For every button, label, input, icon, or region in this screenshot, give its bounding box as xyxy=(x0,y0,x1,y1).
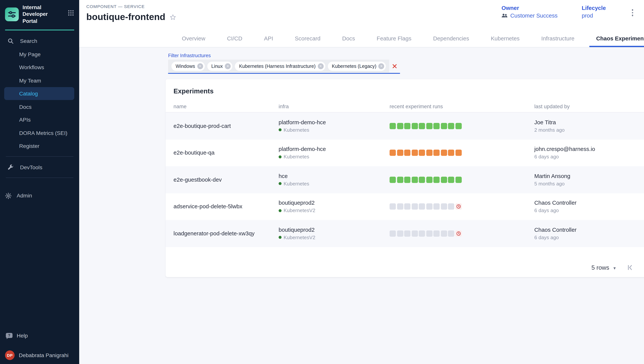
run-status-square-failed[interactable] xyxy=(390,150,396,156)
run-status-square-failed[interactable] xyxy=(412,150,418,156)
sidebar-item-dora-metrics-sei[interactable]: DORA Metrics (SEI) xyxy=(0,126,79,140)
first-page-button[interactable] xyxy=(627,264,633,270)
clear-filters-button[interactable]: ✕ xyxy=(389,60,400,73)
run-status-square-pending[interactable] xyxy=(390,204,396,210)
sidebar-item-workflows[interactable]: Workflows xyxy=(0,61,79,74)
run-status-square-passed[interactable] xyxy=(390,123,396,129)
sidebar-item-devtools[interactable]: DevTools xyxy=(0,160,79,174)
run-status-square-pending[interactable] xyxy=(390,230,396,237)
run-status-square-passed[interactable] xyxy=(404,123,411,129)
remove-chip-icon[interactable]: × xyxy=(317,63,324,69)
sidebar-item-search[interactable]: Search xyxy=(0,34,79,48)
run-status-square-passed[interactable] xyxy=(426,177,432,183)
run-status-square-pending[interactable] xyxy=(397,204,403,210)
run-status-square-pending[interactable] xyxy=(397,230,403,237)
run-status-square-failed[interactable] xyxy=(455,150,462,156)
run-status-square-passed[interactable] xyxy=(419,177,425,183)
recent-runs-strip xyxy=(390,204,534,210)
last-updated-cell: john.crespo@harness.io6 days ago xyxy=(534,146,644,160)
run-status-square-failed[interactable] xyxy=(426,150,432,156)
tab-kubernetes[interactable]: Kubernetes xyxy=(484,36,526,47)
run-status-square-pending[interactable] xyxy=(412,204,418,210)
run-status-square-pending[interactable] xyxy=(412,230,418,237)
run-status-square-failed[interactable] xyxy=(404,150,411,156)
run-status-square-passed[interactable] xyxy=(397,177,403,183)
run-status-square-failed[interactable] xyxy=(448,150,454,156)
people-icon xyxy=(501,13,508,18)
run-status-square-passed[interactable] xyxy=(455,123,462,129)
run-status-square-pending[interactable] xyxy=(441,204,447,210)
run-status-square-passed[interactable] xyxy=(404,177,411,183)
experiment-infra: platform-demo-hceKubernetes xyxy=(279,146,390,160)
tab-dependencies[interactable]: Dependencies xyxy=(426,36,476,47)
tab-overview[interactable]: Overview xyxy=(175,36,212,47)
sidebar-item-my-team[interactable]: My Team xyxy=(0,74,79,87)
run-status-square-pending[interactable] xyxy=(426,204,432,210)
tab-infrastructure[interactable]: Infrastructure xyxy=(535,36,581,47)
sidebar-item-catalog[interactable]: Catalog xyxy=(4,87,74,100)
run-status-square-passed[interactable] xyxy=(397,123,403,129)
run-status-square-passed[interactable] xyxy=(433,177,440,183)
run-status-square-passed[interactable] xyxy=(448,123,454,129)
run-status-square-passed[interactable] xyxy=(412,177,418,183)
run-status-square-pending[interactable] xyxy=(404,204,411,210)
run-status-square-passed[interactable] xyxy=(455,177,462,183)
run-status-square-passed[interactable] xyxy=(412,123,418,129)
sidebar-item-register[interactable]: Register xyxy=(0,140,79,153)
user-menu[interactable]: DP Debabrata Panigrahi xyxy=(5,349,79,361)
remove-chip-icon[interactable]: × xyxy=(379,63,384,69)
run-status-square-passed[interactable] xyxy=(419,123,425,129)
sidebar-item-docs[interactable]: Docs xyxy=(0,100,79,113)
run-status-square-pending[interactable] xyxy=(433,204,440,210)
entity-kind: COMPONENT — SERVICE xyxy=(86,4,177,9)
run-status-square-passed[interactable] xyxy=(433,123,440,129)
help-button[interactable]: ? Help xyxy=(6,329,79,342)
tab-scorecard[interactable]: Scorecard xyxy=(288,36,327,47)
run-scheduled-clock-icon[interactable] xyxy=(455,204,462,210)
sidebar-item-apis[interactable]: APIs xyxy=(0,113,79,126)
run-status-square-passed[interactable] xyxy=(441,177,447,183)
tab-chaos-experiments[interactable]: Chaos Experiments xyxy=(589,36,644,47)
run-status-square-pending[interactable] xyxy=(441,230,447,237)
run-status-square-passed[interactable] xyxy=(448,177,454,183)
sidebar-item-label: DevTools xyxy=(20,164,42,170)
run-status-square-pending[interactable] xyxy=(433,230,440,237)
experiment-name: e2e-guestbook-dev xyxy=(166,177,279,183)
favorite-star-icon[interactable] xyxy=(170,14,177,20)
portal-logo[interactable] xyxy=(5,8,19,21)
remove-chip-icon[interactable]: × xyxy=(197,63,203,69)
run-status-square-pending[interactable] xyxy=(419,230,425,237)
apps-grid-icon[interactable] xyxy=(68,10,74,16)
run-status-square-passed[interactable] xyxy=(426,123,432,129)
page-title: boutique-frontend xyxy=(86,12,165,22)
tab-docs[interactable]: Docs xyxy=(336,36,362,47)
sidebar-item-admin[interactable]: Admin xyxy=(0,189,79,202)
run-status-square-passed[interactable] xyxy=(441,123,447,129)
updated-by: Chaos Controller xyxy=(534,226,644,233)
tab-ci-cd[interactable]: CI/CD xyxy=(220,36,249,47)
run-status-square-pending[interactable] xyxy=(419,204,425,210)
portal-title: Internal Developer Portal xyxy=(23,4,64,24)
run-status-square-failed[interactable] xyxy=(441,150,447,156)
run-status-square-failed[interactable] xyxy=(433,150,440,156)
brand-rule xyxy=(5,30,74,30)
run-status-square-failed[interactable] xyxy=(419,150,425,156)
run-status-square-pending[interactable] xyxy=(448,204,454,210)
infra-name: boutiqueprod2 xyxy=(279,200,390,206)
run-status-square-pending[interactable] xyxy=(448,230,454,237)
tab-api[interactable]: API xyxy=(257,36,280,47)
remove-chip-icon[interactable]: × xyxy=(225,63,231,69)
sidebar-item-my-page[interactable]: My Page xyxy=(0,48,79,61)
run-status-square-failed[interactable] xyxy=(397,150,403,156)
filter-infrastructures-label[interactable]: Filter Infrastructures xyxy=(168,53,211,58)
run-status-square-pending[interactable] xyxy=(426,230,432,237)
tab-feature-flags[interactable]: Feature Flags xyxy=(370,36,418,47)
run-scheduled-clock-icon[interactable] xyxy=(455,230,462,237)
run-status-square-pending[interactable] xyxy=(404,230,411,237)
infrastructure-filter-input[interactable]: Windows×Linux×Kubernetes (Harness Infras… xyxy=(168,60,400,74)
more-actions-button[interactable] xyxy=(630,7,635,19)
run-status-square-passed[interactable] xyxy=(390,177,396,183)
lifecycle-block: Lifecycle prod xyxy=(582,5,606,19)
rows-per-page-select[interactable]: 5 rows ▾ xyxy=(591,264,615,271)
owner-link[interactable]: Customer Success xyxy=(501,12,558,19)
